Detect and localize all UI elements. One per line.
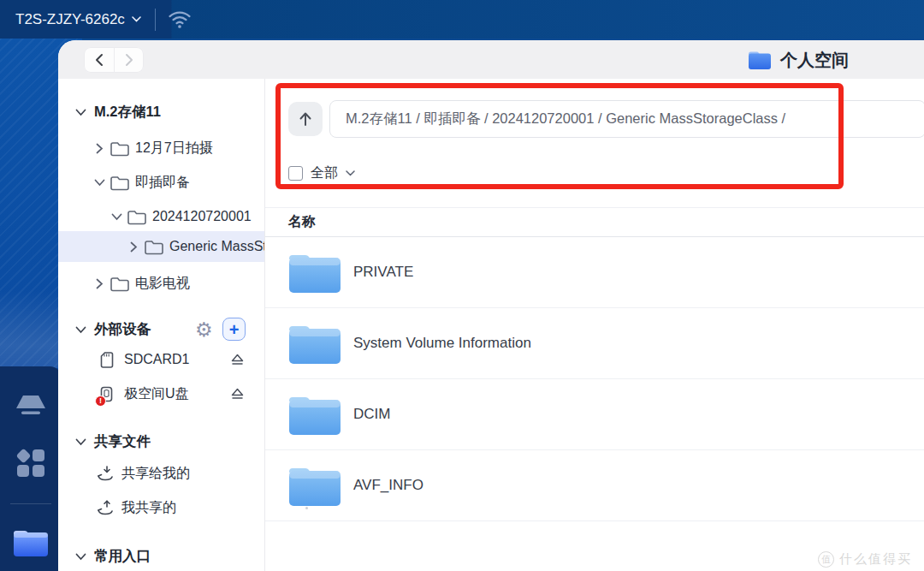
tree-item-generic-massstorage-selected[interactable]: Generic MassStorageClass: [58, 231, 264, 262]
add-device-button[interactable]: +: [222, 318, 246, 341]
top-bar: T2S-ZJZY-6262c: [0, 0, 924, 39]
tree-item-zspace-usb[interactable]: ! 极空间U盘: [58, 381, 264, 407]
tree-label: 即插即备: [135, 174, 190, 192]
tree-section-label: 外部设备: [94, 320, 151, 339]
drive-icon: [14, 392, 48, 418]
chevron-right-icon[interactable]: [130, 241, 138, 253]
file-row-private[interactable]: PRIVATE: [265, 237, 924, 308]
tree-section-common-entries[interactable]: 常用入口: [58, 544, 264, 569]
watermark-text: 什么值得买: [839, 551, 912, 568]
back-button[interactable]: [84, 47, 114, 73]
folder-icon: [288, 322, 341, 365]
page-title: 个人空间: [780, 49, 849, 72]
file-name: System Volume Information: [353, 335, 531, 352]
gear-icon[interactable]: ⚙: [195, 318, 213, 342]
personal-space-folder-icon: [747, 50, 773, 71]
main-panel: 个人空间 M.2存储11: [58, 40, 924, 571]
topbar-divider: [155, 9, 156, 31]
eject-icon[interactable]: [230, 353, 245, 369]
rail-item-files-active[interactable]: [2, 523, 60, 562]
folder-icon: [288, 393, 341, 436]
tree-item-plug-backup[interactable]: 即插即备: [58, 170, 264, 195]
panel-body: M.2存储11 12月7日拍摄: [58, 79, 924, 571]
tree-label: Generic MassStorageClass: [169, 239, 264, 254]
chevron-down-icon[interactable]: [94, 179, 105, 187]
tree-label: 极空间U盘: [124, 385, 189, 403]
file-name: PRIVATE: [353, 264, 413, 281]
folder-outline-icon: [127, 209, 146, 225]
tree-label: 我共享的: [121, 499, 176, 517]
tree-section-shared-files[interactable]: 共享文件: [58, 429, 264, 455]
chevron-right-icon[interactable]: [96, 143, 104, 154]
tree-section-label: 共享文件: [94, 432, 151, 451]
tree-label: 2024120720001: [152, 209, 252, 224]
go-up-button[interactable]: [288, 102, 323, 136]
chevron-down-icon[interactable]: [75, 109, 86, 116]
tree-label: 12月7日拍摄: [135, 140, 213, 158]
tree-item-movies-tv[interactable]: 电影电视: [58, 271, 264, 296]
app-area: 个人空间 M.2存储11: [0, 39, 924, 571]
folder-tree: M.2存储11 12月7日拍摄: [58, 79, 265, 571]
watermark-badge: 值: [818, 551, 834, 568]
error-badge-icon: !: [95, 396, 106, 407]
tree-section-external-devices[interactable]: 外部设备 ⚙ +: [58, 317, 264, 342]
share-received-icon: [96, 465, 115, 483]
usb-drive-icon: !: [99, 385, 114, 403]
tree-item-shared-by-me[interactable]: 我共享的: [58, 495, 264, 520]
file-row-system-volume-information[interactable]: System Volume Information: [265, 308, 924, 379]
wifi-icon: [168, 9, 192, 29]
list-header-row[interactable]: 名称: [265, 207, 924, 237]
device-selector[interactable]: T2S-ZJZY-6262c: [0, 0, 155, 39]
smzdm-watermark: 值 什么值得买: [818, 551, 912, 568]
file-browser-content: 全部 名称: [265, 79, 924, 571]
device-name: T2S-ZJZY-6262c: [15, 11, 125, 28]
file-name: DCIM: [353, 406, 390, 423]
column-name: 名称: [288, 213, 316, 231]
tree-item-sdcard1[interactable]: SDCARD1: [58, 347, 264, 372]
share-sent-icon: [96, 499, 115, 517]
tree-label: M.2存储11: [94, 103, 161, 122]
chevron-down-icon[interactable]: [75, 438, 86, 446]
tree-label: 电影电视: [135, 275, 190, 293]
tree-item-date-folder[interactable]: 2024120720001: [58, 204, 264, 229]
select-all-filter[interactable]: 全部: [288, 163, 355, 183]
history-nav: [84, 47, 144, 73]
folder-outline-icon: [144, 239, 163, 255]
rail-item-devices[interactable]: [2, 385, 60, 425]
tree-section-label: 常用入口: [94, 547, 151, 566]
file-name: AVF_INFO: [353, 477, 424, 494]
chevron-right-icon[interactable]: [96, 278, 104, 289]
rail-item-apps[interactable]: [2, 443, 60, 483]
folder-outline-icon: [110, 140, 129, 157]
path-breadcrumb-input[interactable]: [329, 100, 924, 138]
chevron-down-icon[interactable]: [75, 553, 86, 561]
eject-icon[interactable]: [230, 387, 245, 403]
rail-divider: [10, 503, 51, 504]
chevron-down-icon[interactable]: [75, 326, 86, 334]
arrow-up-icon: [298, 110, 313, 128]
folder-icon: [288, 464, 341, 507]
tree-label: 共享给我的: [121, 465, 190, 483]
space-title: 个人空间: [747, 47, 849, 73]
tree-label: SDCARD1: [124, 352, 189, 367]
tree-item-shared-with-me[interactable]: 共享给我的: [58, 461, 264, 486]
folder-icon: [11, 526, 50, 559]
rail-bottom-section: [0, 366, 62, 571]
file-row-dcim[interactable]: DCIM: [265, 379, 924, 450]
wifi-status[interactable]: [168, 9, 192, 29]
folder-outline-icon: [110, 175, 129, 191]
sd-card-icon: [99, 351, 115, 369]
folder-outline-icon: [110, 276, 129, 292]
file-row-avf-info[interactable]: AVF_INFO: [265, 450, 924, 521]
tree-item-dec7-shoot[interactable]: 12月7日拍摄: [58, 135, 264, 161]
tree-root-m2-storage[interactable]: M.2存储11: [58, 99, 264, 125]
apps-grid-icon: [15, 447, 47, 479]
panel-header: 个人空间: [58, 40, 924, 79]
select-all-checkbox[interactable]: [288, 166, 303, 181]
forward-button[interactable]: [114, 47, 144, 73]
chevron-down-icon[interactable]: [346, 170, 355, 176]
folder-icon: [288, 251, 341, 294]
chevron-down-icon: [132, 16, 141, 22]
filter-label: 全部: [311, 164, 338, 182]
chevron-down-icon[interactable]: [111, 213, 122, 221]
